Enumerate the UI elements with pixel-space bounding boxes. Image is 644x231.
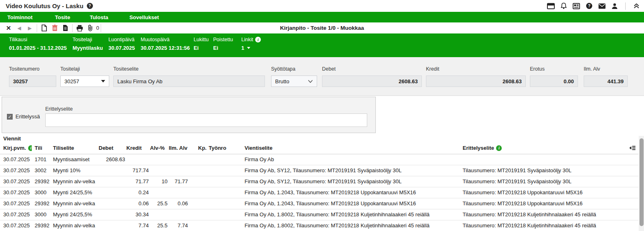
- cell-kirjpvm[interactable]: 30.07.2025: [0, 176, 32, 187]
- cell-tyonro[interactable]: [206, 220, 227, 231]
- collapse-icon[interactable]: [633, 3, 640, 9]
- cell-tiliselite[interactable]: Myynnin alv-velka: [51, 198, 99, 209]
- cell-tili[interactable]: 29392: [32, 220, 51, 231]
- help-icon[interactable]: ?: [586, 2, 593, 9]
- vienti-row[interactable]: 30.07.2025 3000 Myynti 24/25,5% 30.34 Fi…: [0, 209, 638, 220]
- cell-erittelyselite[interactable]: Tilausnumero: MT2019218 Kuljetinhihnalaa…: [461, 209, 626, 220]
- cell-debet[interactable]: 2608.63: [99, 154, 126, 165]
- cell-tili[interactable]: 3000: [32, 187, 51, 198]
- cell-debet[interactable]: [99, 209, 126, 220]
- trash-icon[interactable]: [49, 24, 60, 33]
- close-icon[interactable]: ✕: [3, 24, 14, 33]
- cell-tyonro[interactable]: [206, 154, 227, 165]
- cell-vientiselite[interactable]: Firma Oy Ab, 1.2043, Tilausnumero: MT201…: [227, 198, 461, 209]
- cell-tili[interactable]: 3002: [32, 165, 51, 176]
- cell-kirjpvm[interactable]: 30.07.2025: [0, 209, 32, 220]
- cell-erittelyselite[interactable]: Tilausnumero: MT2019218 Kuljetinhihnalaa…: [461, 220, 626, 231]
- bell-icon[interactable]: [560, 2, 567, 9]
- window-icon[interactable]: [547, 3, 555, 9]
- cell-kp[interactable]: [189, 198, 206, 209]
- kirjpvm-info-icon[interactable]: i: [28, 145, 32, 151]
- erittelyselite-info-icon[interactable]: i: [496, 145, 502, 151]
- new-document-icon[interactable]: [39, 24, 49, 33]
- cell-kp[interactable]: [189, 220, 206, 231]
- cell-alv[interactable]: 25.5: [150, 220, 169, 231]
- syottotapa-select[interactable]: Brutto: [271, 76, 317, 87]
- cell-kp[interactable]: [189, 154, 206, 165]
- cell-kredit[interactable]: 30.34: [126, 209, 150, 220]
- cell-vientiselite[interactable]: Firma Oy Ab, SY12, Tilausnumero: MT20191…: [227, 176, 461, 187]
- linkit-info-icon[interactable]: i: [255, 37, 261, 42]
- cell-tiliselite[interactable]: Myynti 24/25,5%: [51, 187, 99, 198]
- menu-sovellukset[interactable]: Sovellukset: [129, 13, 159, 22]
- cell-tyonro[interactable]: [206, 176, 227, 187]
- cell-ilm-alv[interactable]: 71.77: [169, 176, 189, 187]
- cell-alv[interactable]: [150, 154, 169, 165]
- erittelyssa-checkbox[interactable]: ✓: [7, 114, 13, 120]
- mail-icon[interactable]: [598, 3, 606, 9]
- menu-tulosta[interactable]: Tulosta: [90, 13, 108, 22]
- next-icon[interactable]: ▶: [24, 24, 35, 33]
- cell-kirjpvm[interactable]: 30.07.2025: [0, 220, 32, 231]
- news-icon[interactable]: [573, 3, 580, 9]
- cell-kirjpvm[interactable]: 30.07.2025: [0, 154, 32, 165]
- cell-debet[interactable]: [99, 198, 126, 209]
- vienti-row[interactable]: 30.07.2025 29392 Myynnin alv-velka 0.06 …: [0, 198, 638, 209]
- cell-debet[interactable]: [99, 165, 126, 176]
- erittelyselite-input[interactable]: [45, 113, 367, 127]
- cell-ilm-alv[interactable]: [169, 165, 189, 176]
- cell-vientiselite[interactable]: Firma Oy Ab, SY12, Tilausnumero: MT20191…: [227, 165, 461, 176]
- cell-kredit[interactable]: 717.74: [126, 165, 150, 176]
- cell-erittelyselite[interactable]: [461, 154, 626, 165]
- cell-tiliselite[interactable]: Myynnin alv-velka: [51, 220, 99, 231]
- cell-kredit[interactable]: 0.24: [126, 187, 150, 198]
- vienti-row[interactable]: 30.07.2025 29392 Myynnin alv-velka 7.74 …: [0, 220, 638, 231]
- cell-erittelyselite[interactable]: Tilausnumero: MT2019218 Uppokantaruuvi M…: [461, 187, 626, 198]
- cell-alv[interactable]: 25.5: [150, 198, 169, 209]
- cell-alv[interactable]: [150, 165, 169, 176]
- cell-kp[interactable]: [189, 176, 206, 187]
- vienti-row[interactable]: 30.07.2025 3000 Myynti 24/25,5% 0.24 Fir…: [0, 187, 638, 198]
- cell-kp[interactable]: [189, 209, 206, 220]
- cell-ilm-alv[interactable]: [169, 154, 189, 165]
- cell-kredit[interactable]: [126, 154, 150, 165]
- cell-tiliselite[interactable]: Myynti 10%: [51, 165, 99, 176]
- dropdown-arrow-icon[interactable]: [101, 80, 105, 82]
- user-icon[interactable]: [611, 3, 618, 9]
- tositelaji-combobox[interactable]: 30257: [60, 76, 109, 87]
- cell-kredit[interactable]: 0.06: [126, 198, 150, 209]
- scrollbar-thumb[interactable]: [640, 138, 644, 226]
- cell-tiliselite[interactable]: Myynti 24/25,5%: [51, 209, 99, 220]
- vienti-row[interactable]: 30.07.2025 3002 Myynti 10% 717.74 Firma …: [0, 165, 638, 176]
- cell-alv[interactable]: 10: [150, 176, 169, 187]
- cell-tili[interactable]: 29392: [32, 198, 51, 209]
- cell-kredit[interactable]: 71.77: [126, 176, 150, 187]
- cell-debet[interactable]: [99, 176, 126, 187]
- cell-tyonro[interactable]: [206, 209, 227, 220]
- cell-tili[interactable]: 29392: [32, 176, 51, 187]
- menu-toiminnot[interactable]: Toiminnot: [7, 13, 33, 22]
- cell-kredit[interactable]: 7.74: [126, 220, 150, 231]
- cell-tyonro[interactable]: [206, 165, 227, 176]
- vertical-scrollbar[interactable]: [639, 136, 644, 231]
- menu-tosite[interactable]: Tosite: [55, 13, 70, 22]
- cell-erittelyselite[interactable]: Tilausnumero: MT2019218 Uppokantaruuvi M…: [461, 198, 626, 209]
- cell-ilm-alv[interactable]: [169, 187, 189, 198]
- vienti-row[interactable]: 30.07.2025 29392 Myynnin alv-velka 71.77…: [0, 176, 638, 187]
- cell-vientiselite[interactable]: Firma Oy Ab: [227, 154, 461, 165]
- cell-tili[interactable]: 3000: [32, 209, 51, 220]
- cell-vientiselite[interactable]: Firma Oy Ab, 1.8002, Tilausnumero: MT201…: [227, 209, 461, 220]
- cell-debet[interactable]: [99, 187, 126, 198]
- cell-kp[interactable]: [189, 165, 206, 176]
- cell-tili[interactable]: 1701: [32, 154, 51, 165]
- cell-erittelyselite[interactable]: Tilausnumero: MT2019191 Syväpaistoöljy 3…: [461, 165, 626, 176]
- cell-ilm-alv[interactable]: 7.74: [169, 220, 189, 231]
- cell-tyonro[interactable]: [206, 198, 227, 209]
- prev-icon[interactable]: ◀: [14, 24, 24, 33]
- cell-tiliselite[interactable]: Myyntisaamiset: [51, 154, 99, 165]
- cell-alv[interactable]: [150, 187, 169, 198]
- cell-kirjpvm[interactable]: 30.07.2025: [0, 165, 32, 176]
- cell-erittelyselite[interactable]: Tilausnumero: MT2019191 Syväpaistoöljy 3…: [461, 176, 626, 187]
- title-help-icon[interactable]: ?: [87, 3, 93, 9]
- print-icon[interactable]: [74, 24, 85, 33]
